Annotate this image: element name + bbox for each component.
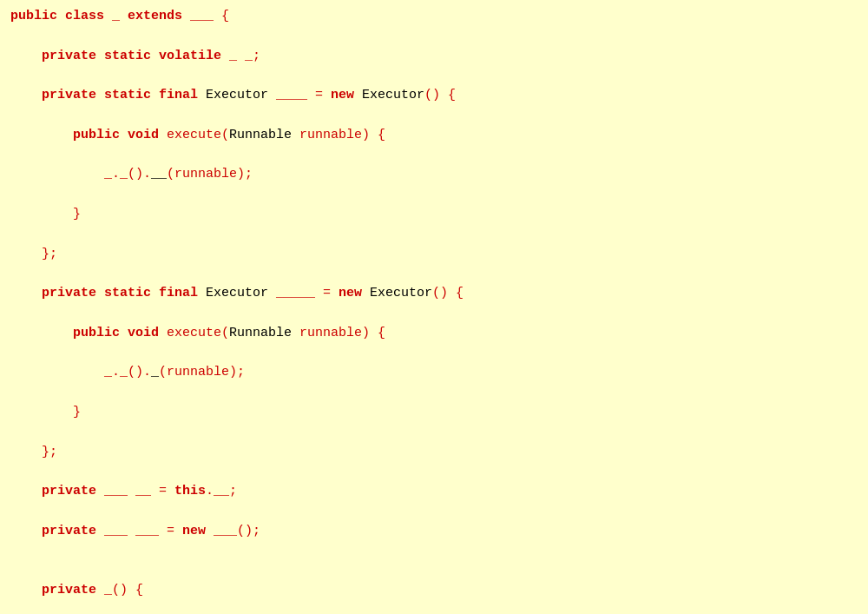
line-1: public class _ extends ___ { xyxy=(10,7,858,27)
line-10: _._()._(runnable); xyxy=(10,363,858,383)
line-4: public void execute(Runnable runnable) { xyxy=(10,126,858,146)
line-11: } xyxy=(10,403,858,423)
line-8: private static final Executor _____ = ne… xyxy=(10,284,858,304)
code-viewer: public class _ extends ___ { private sta… xyxy=(7,3,861,614)
line-13: private ___ __ = this.__; xyxy=(10,482,858,502)
line-5: _._().__(runnable); xyxy=(10,165,858,185)
code-pre: public class _ extends ___ { private sta… xyxy=(7,5,861,614)
line-9: public void execute(Runnable runnable) { xyxy=(10,324,858,344)
line-6: } xyxy=(10,205,858,225)
line-2: private static volatile _ _; xyxy=(10,47,858,67)
line-16: private _() { xyxy=(10,581,858,601)
line-7: }; xyxy=(10,245,858,265)
line-12: }; xyxy=(10,443,858,463)
line-14: private ___ ___ = new ___(); xyxy=(10,522,858,542)
line-3: private static final Executor ____ = new… xyxy=(10,86,858,106)
